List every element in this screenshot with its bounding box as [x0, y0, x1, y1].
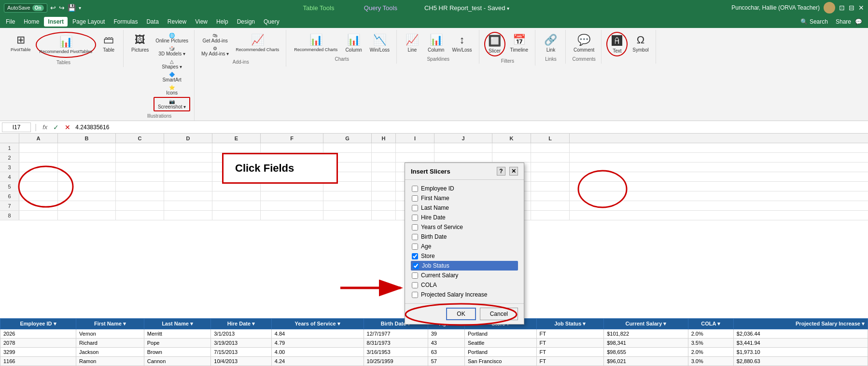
autosave-state: On	[32, 5, 44, 11]
column-chart-btn[interactable]: 📊 Column	[342, 32, 364, 54]
dialog-field-checkbox[interactable]	[412, 186, 418, 192]
col-first-name: First Name ▾	[76, 319, 144, 329]
comment-icon: 💬	[577, 34, 590, 46]
restore-icon[interactable]: ⊟	[849, 4, 854, 12]
undo-icon[interactable]: ↩	[50, 4, 56, 12]
dialog-field-label: Birth Date	[421, 233, 447, 240]
dialog-cancel-btn[interactable]: Cancel	[480, 308, 518, 320]
menu-data[interactable]: Data	[142, 17, 162, 27]
autosave-toggle[interactable]: AutoSave On	[4, 3, 47, 13]
ribbon-toggle-icon[interactable]: ⊡	[839, 4, 845, 12]
symbol-btn[interactable]: Ω Symbol	[630, 32, 651, 54]
slicer-btn[interactable]: 🔲 Slicer	[484, 32, 505, 56]
menu-file[interactable]: File	[2, 17, 19, 27]
dialog-field-checkbox[interactable]	[412, 234, 418, 240]
dialog-field-checkbox[interactable]	[412, 272, 418, 279]
dialog-field-checkbox[interactable]	[412, 253, 418, 259]
menu-home[interactable]: Home	[20, 17, 43, 27]
get-addins-btn[interactable]: 🛍 Get Add-ins	[199, 32, 231, 44]
formula-input[interactable]	[74, 123, 866, 132]
menu-query[interactable]: Query	[260, 17, 283, 27]
comments-group-label: Comments	[572, 56, 595, 62]
dialog-field-item[interactable]: Store	[411, 251, 518, 261]
close-icon[interactable]: ✕	[858, 4, 864, 12]
dialog-field-checkbox[interactable]	[412, 292, 418, 298]
pivot-table-btn[interactable]: ⊞ PivotTable	[8, 32, 34, 54]
table-cell: 7/15/2013	[211, 348, 271, 357]
sparkline-col-btn[interactable]: 📊 Column	[425, 32, 447, 54]
shapes-btn[interactable]: △ Shapes ▾	[154, 58, 190, 70]
dialog-field-label: Age	[421, 243, 431, 250]
icons-btn[interactable]: ⭐ Icons	[154, 84, 190, 96]
menu-design[interactable]: Design	[233, 17, 259, 27]
link-btn[interactable]: 🔗 Link	[540, 32, 561, 54]
dialog-field-item[interactable]: Job Status	[411, 261, 518, 271]
dialog-field-item[interactable]: Last Name	[411, 203, 518, 213]
dialog-field-item[interactable]: First Name	[411, 193, 518, 203]
table-cell: 10/4/2013	[211, 357, 271, 366]
sparkline-line-btn[interactable]: 📈 Line	[402, 32, 423, 54]
name-box[interactable]	[2, 122, 31, 132]
charts-rec-btn[interactable]: 📊 Recommended Charts	[291, 32, 340, 54]
sparkline-wl-icon: ↕	[460, 34, 465, 46]
smartart-btn[interactable]: 🔷 SmartArt	[154, 71, 190, 83]
online-pictures-btn[interactable]: 🌐 Online Pictures	[154, 32, 190, 44]
sparkline-wl-btn[interactable]: ↕ Win/Loss	[449, 32, 475, 54]
dialog-field-checkbox[interactable]	[412, 215, 418, 221]
dialog-help-btn[interactable]: ?	[497, 167, 505, 176]
cancel-btn[interactable]: ✕	[63, 123, 72, 131]
dialog-field-item[interactable]: Birth Date	[411, 232, 518, 242]
col-years-service: Years of Service ▾	[271, 319, 364, 329]
redo-icon[interactable]: ↪	[59, 4, 65, 12]
table-row: 1	[0, 143, 868, 153]
comment-btn[interactable]: 💬 Comment	[571, 32, 597, 54]
screenshot-btn[interactable]: 📷 Screenshot ▾	[154, 97, 190, 111]
menu-help[interactable]: Help	[212, 17, 232, 27]
3d-models-btn[interactable]: 🎲 3D Models ▾	[154, 45, 190, 57]
sparkline-col-icon: 📊	[430, 34, 443, 46]
dialog-field-checkbox[interactable]	[412, 282, 418, 288]
timeline-btn[interactable]: 📅 Timeline	[507, 32, 531, 54]
check-btn[interactable]: ✓	[51, 123, 61, 131]
dialog-field-checkbox[interactable]	[412, 224, 418, 230]
recommended-pivot-btn[interactable]: 📊 Recommended PivotTables	[36, 32, 97, 58]
data-table-wrap: Employee ID ▾ First Name ▾ Last Name ▾ H…	[0, 318, 868, 366]
table-cell: 10/25/1959	[364, 357, 428, 366]
ribbon-group-charts: 📊 Recommended Charts 📊 Column 📉 Win/Loss…	[287, 30, 397, 64]
saved-chevron[interactable]: ▾	[507, 6, 509, 11]
dialog-field-item[interactable]: Age	[411, 242, 518, 251]
sparkline-line-icon: 📈	[406, 34, 419, 46]
menu-view[interactable]: View	[191, 17, 211, 27]
menu-insert[interactable]: Insert	[44, 17, 68, 27]
dialog-field-item[interactable]: Hire Date	[411, 213, 518, 222]
dialog-field-checkbox[interactable]	[413, 263, 419, 269]
pictures-btn[interactable]: 🖼 Pictures	[128, 32, 152, 54]
filename-label: CH5 HR Report_test	[424, 4, 482, 12]
menu-page-layout[interactable]: Page Layout	[69, 17, 109, 27]
dialog-field-item[interactable]: Employee ID	[411, 184, 518, 193]
text-btn[interactable]: 🅰 Text	[606, 32, 628, 56]
dialog-field-checkbox[interactable]	[412, 244, 418, 250]
menu-review[interactable]: Review	[164, 17, 190, 27]
dialog-field-item[interactable]: Projected Salary Increase	[411, 290, 518, 299]
recommended-charts-btn[interactable]: 📈 Recommended Charts	[233, 32, 282, 54]
my-addins-btn[interactable]: ⚙ My Add-ins ▾	[199, 45, 231, 57]
winloss-btn[interactable]: 📉 Win/Loss	[367, 32, 392, 54]
menu-formulas[interactable]: Formulas	[110, 17, 141, 27]
dialog-field-label: First Name	[421, 195, 449, 202]
dialog-field-checkbox[interactable]	[412, 195, 418, 202]
table-cell: 3/1/2013	[211, 329, 271, 339]
dialog-field-item[interactable]: COLA	[411, 280, 518, 290]
click-fields-box: Click Fields	[222, 153, 338, 184]
dialog-field-checkbox[interactable]	[412, 205, 418, 211]
quick-save-icon[interactable]: 💾	[68, 4, 76, 12]
table-btn[interactable]: 🗃 Table	[98, 32, 119, 54]
dialog-close-btn[interactable]: ✕	[509, 167, 518, 176]
screenshot-label: Screenshot ▾	[158, 104, 186, 109]
dialog-field-item[interactable]: Current Salary	[411, 271, 518, 280]
comment-badge[interactable]: 💬	[855, 18, 862, 25]
search-label[interactable]: Search	[810, 18, 828, 25]
dialog-ok-btn[interactable]: OK	[446, 308, 476, 320]
dialog-field-item[interactable]: Years of Service	[411, 222, 518, 232]
share-btn[interactable]: Share	[836, 18, 851, 25]
